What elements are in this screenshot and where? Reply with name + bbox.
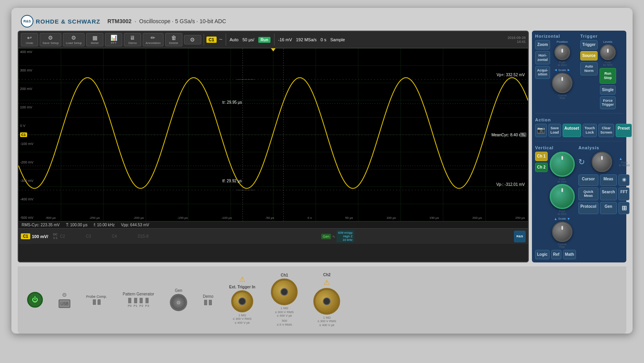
load-setup-label: Load Setup <box>66 41 82 45</box>
analysis-knob[interactable] <box>592 152 612 172</box>
horizontal-button[interactable]: Hori- zontal <box>535 51 550 64</box>
header: R&S ROHDE & SCHWARZ RTM3002 · Oscillosco… <box>18 13 626 31</box>
delete-icon: 🗑 <box>171 35 177 41</box>
vertical-knob-area: Push to Zero Push to Zero ▲ Scale ▼ Coar… <box>550 152 575 248</box>
cursor-button[interactable]: Cursor <box>578 174 598 186</box>
probe-pin-1 <box>93 299 96 305</box>
ch3-slot[interactable]: C3 <box>86 234 110 238</box>
apps-button[interactable]: ⊞ <box>618 202 629 214</box>
d15-8-slot[interactable]: D15-8 <box>138 234 162 238</box>
protocol-button[interactable]: Protocol <box>578 202 598 214</box>
pattern-gen-label: Pattern Generator <box>123 292 154 296</box>
demo-button[interactable]: 🖥 Demo <box>124 33 141 46</box>
source-button[interactable]: Source <box>580 51 598 60</box>
load-setup-button[interactable]: ⚙ Load Setup <box>63 33 85 46</box>
force-trigger-button[interactable]: Force Trigger <box>600 96 616 110</box>
v-position-knob-ch1[interactable] <box>550 152 575 177</box>
ch1-button[interactable]: Ch 1 <box>535 152 548 161</box>
undo-icon: ↩ <box>27 35 32 41</box>
ref-button[interactable]: Ref <box>551 250 561 259</box>
brand-name: ROHDE & SCHWARZ <box>36 18 100 25</box>
time-offset-readout: 0 s <box>320 37 326 42</box>
fft-button[interactable]: 📊 FFT <box>105 33 122 46</box>
logic-button[interactable]: Logic <box>535 250 550 259</box>
brightness-button[interactable]: ☀ <box>618 174 629 186</box>
v-scale-knob[interactable] <box>552 222 572 242</box>
save-load-button[interactable]: Save Load <box>548 124 561 137</box>
single-button[interactable]: Single <box>600 85 616 95</box>
preset-button[interactable]: Preset <box>616 124 632 137</box>
ext-trigger-label: Ext. Trigger In <box>229 285 256 289</box>
annotation-button[interactable]: ✏ Annotation <box>143 33 163 46</box>
vertical-ch-buttons: Ch 1 Ch 2 <box>535 152 548 248</box>
waveform-icon: ∿ <box>332 235 335 238</box>
demo-icon: 🖥 <box>130 35 135 41</box>
trigger-controls: Trigger Source Auto Norm Levels Push for… <box>580 40 623 109</box>
status-bar: RMS-Cyc: 223.35 mV T: 100.00 µs f: 10.00… <box>18 221 528 228</box>
camera-button[interactable]: 📷 <box>535 124 547 137</box>
analysis-grid: Cursor Meas ☀ Quick Meas Search FFT Prot… <box>578 174 629 214</box>
push-to-select-label: Push to Select <box>619 161 629 167</box>
trigger-levels-knob[interactable] <box>600 44 616 60</box>
clear-screen-button[interactable]: Clear Screen <box>598 124 614 137</box>
position-knob[interactable] <box>554 44 570 60</box>
h-scale-knob[interactable] <box>552 73 572 93</box>
p2-symbol <box>140 298 143 303</box>
vpp-badge: 639 mVpp High Z 10 kHz <box>337 230 354 242</box>
annotation-icon: ✏ <box>151 35 155 41</box>
ch1-badge[interactable]: C1 <box>21 233 30 239</box>
search-button[interactable]: Search <box>600 187 617 201</box>
save-setup-icon: ⚙ <box>48 35 53 41</box>
model-info: RTM3002 · Oscilloscope · 5 GSa/s · 10-bi… <box>107 18 226 24</box>
meter-label: Meter <box>91 41 99 45</box>
ch2-button[interactable]: Ch 2 <box>535 163 548 172</box>
meter-button[interactable]: ▦ Meter <box>86 33 103 46</box>
p0-pin: P0 <box>128 298 132 308</box>
demo-section: Demo <box>203 294 213 305</box>
power-button[interactable]: ⏻ <box>27 292 43 308</box>
coupling-symbol: ~ <box>219 36 223 43</box>
ch1-value: 100 mV/ <box>32 234 52 239</box>
levels-label: Levels <box>603 40 612 44</box>
logo-icon: R&S <box>21 15 33 28</box>
bnc-inner-ch2 <box>323 297 331 305</box>
ch4-slot[interactable]: C4 <box>112 234 136 238</box>
trigger-marker <box>271 48 276 51</box>
probe-comp-label: Probe Comp. <box>86 295 107 299</box>
save-setup-button[interactable]: ⚙ Save Setup <box>40 33 61 46</box>
autoset-button[interactable]: Autoset <box>563 124 581 137</box>
analysis-knob-row: ↻ ▲ Push to Select <box>578 152 629 172</box>
fft-icon: 📊 <box>110 35 117 41</box>
main-area: ↩ Undo ⚙ Save Setup ⚙ Load Setup ▦ Meter… <box>18 31 626 264</box>
p1-label: P1 <box>134 304 138 308</box>
fft-label: FFT <box>111 41 117 45</box>
bnc-inner-ext <box>238 297 246 305</box>
quick-meas-button[interactable]: Quick Meas <box>578 187 598 201</box>
acquisition-button[interactable]: Acqui- sition <box>535 66 550 79</box>
settings-button[interactable]: ⚙ <box>184 35 201 44</box>
ext-trigger-bnc <box>231 290 253 312</box>
toolbar-separator-2 <box>226 34 226 46</box>
v-position-knob-ch2[interactable] <box>550 184 575 209</box>
trigger-button[interactable]: Trigger <box>580 40 598 50</box>
math-button[interactable]: Math <box>563 250 576 259</box>
demo-label: Demo <box>129 41 137 45</box>
offset-val: -16 mV <box>278 37 292 42</box>
v-scale-arrows: ▲ Scale ▼ <box>554 217 570 221</box>
load-setup-icon: ⚙ <box>71 35 76 41</box>
analysis-fft-button[interactable]: FFT <box>618 187 629 201</box>
meas-button[interactable]: Meas <box>600 174 617 186</box>
touch-lock-button[interactable]: Touch Lock <box>583 124 597 137</box>
horizontal-buttons: Zoom Hori- zontal Acqui- sition <box>535 40 550 99</box>
zoom-button[interactable]: Zoom <box>535 40 550 50</box>
save-setup-label: Save Setup <box>42 41 59 45</box>
gen-analysis-button[interactable]: Gen <box>600 202 617 214</box>
ch2-slot[interactable]: C2 <box>60 234 84 238</box>
gen-section: Gen ⊙ <box>170 288 187 311</box>
run-stop-button[interactable]: Run Stop <box>600 68 616 84</box>
delete-button[interactable]: 🗑 Delete <box>165 33 182 46</box>
undo-button[interactable]: ↩ Undo <box>21 33 38 46</box>
ch2-connector-section: Ch2 ⚠ 1 MΩ≤ 300 V RMS≤ 400 V pk <box>313 273 340 327</box>
auto-norm-button[interactable]: Auto Norm <box>580 62 598 75</box>
refresh-icon[interactable]: ↻ <box>578 157 585 167</box>
